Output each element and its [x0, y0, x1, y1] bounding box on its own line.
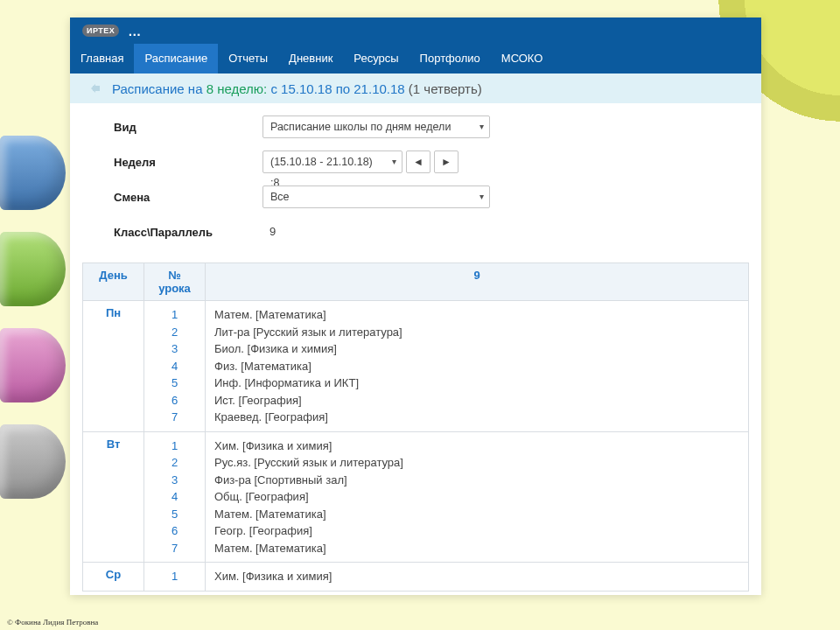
cell-day: Пн — [83, 301, 144, 432]
credit-text: © Фокина Лидия Петровна — [7, 618, 98, 626]
decor-scroll-pink — [0, 328, 66, 402]
filter-view-label: Вид — [114, 121, 262, 134]
filter-shift-select[interactable]: Все — [262, 186, 490, 208]
subheader-week: 8 неделю: — [206, 81, 271, 96]
subheader-range: с 15.10.18 по 21.10.18 — [270, 81, 408, 96]
nav-item-4[interactable]: Ресурсы — [343, 44, 409, 74]
schedule-table: День № урока 9 Пн1234567Матем. [Математи… — [82, 262, 749, 592]
cell-day: Вт — [83, 431, 144, 563]
table-row: Ср1Хим. [Физика и химия] — [83, 563, 749, 592]
filter-class-value: 9 — [262, 220, 283, 243]
nav-item-5[interactable]: Портфолио — [410, 44, 491, 74]
cell-subjects: Хим. [Физика и химия]Рус.яз. [Русский яз… — [206, 431, 749, 563]
subheader-quarter: (1 четверть) — [409, 81, 482, 96]
filter-week-select[interactable]: (15.10.18 - 21.10.18) :8 — [262, 150, 402, 173]
nav-item-2[interactable]: Отчеты — [218, 44, 278, 74]
cell-lesson-nums: 1 — [144, 563, 206, 592]
nav-item-0[interactable]: Главная — [70, 44, 134, 74]
back-icon[interactable] — [84, 80, 103, 96]
brand-title: … — [128, 24, 141, 38]
nav-item-3[interactable]: Дневник — [278, 44, 343, 74]
col-lesson: № урока — [144, 263, 206, 301]
filter-week-label: Неделя — [114, 156, 262, 169]
decor-scroll-blue — [0, 136, 66, 210]
col-class: 9 — [206, 263, 749, 301]
decor-scroll-gray — [0, 424, 66, 499]
cell-day: Ср — [83, 563, 144, 592]
cell-lesson-nums: 1234567 — [144, 431, 206, 563]
decor-scroll-green — [0, 232, 66, 306]
table-row: Вт1234567Хим. [Физика и химия]Рус.яз. [Р… — [83, 431, 749, 563]
table-row: Пн1234567Матем. [Математика]Лит-ра [Русс… — [83, 301, 749, 432]
filter-class-label: Класс\Параллель — [114, 226, 262, 239]
week-next-button[interactable]: ► — [434, 150, 458, 173]
col-day: День — [83, 263, 144, 301]
cell-subjects: Хим. [Физика и химия] — [206, 563, 749, 592]
brand-logo: ИРТЕХ — [82, 24, 119, 37]
filters-panel: Вид Расписание школы по дням недели Неде… — [70, 103, 761, 262]
arrow-right-icon: ► — [441, 156, 452, 168]
subheader-text-1: Расписание на — [112, 81, 206, 96]
arrow-left-icon: ◄ — [413, 156, 424, 168]
brand-bar: ИРТЕХ … — [70, 18, 761, 44]
schedule-table-wrap: День № урока 9 Пн1234567Матем. [Математи… — [70, 262, 761, 592]
cell-lesson-nums: 1234567 — [144, 301, 206, 432]
nav-item-6[interactable]: МСОКО — [491, 44, 554, 74]
nav-item-1[interactable]: Расписание — [134, 44, 218, 74]
filter-shift-label: Смена — [114, 191, 262, 204]
app-window: ИРТЕХ … ГлавнаяРасписаниеОтчетыДневникРе… — [70, 18, 761, 595]
main-nav: ГлавнаяРасписаниеОтчетыДневникРесурсыПор… — [70, 44, 761, 74]
page-subheader: Расписание на 8 неделю: с 15.10.18 по 21… — [70, 74, 761, 103]
cell-subjects: Матем. [Математика]Лит-ра [Русский язык … — [206, 301, 749, 432]
filter-view-select[interactable]: Расписание школы по дням недели — [262, 116, 490, 138]
week-prev-button[interactable]: ◄ — [406, 150, 430, 173]
